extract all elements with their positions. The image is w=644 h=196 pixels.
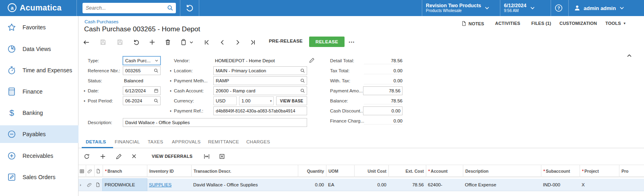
chevron-down-icon[interactable] <box>155 59 159 63</box>
cell-quantity[interactable]: 0.00 <box>298 179 326 191</box>
sidebar-item-banking[interactable]: $Banking <box>0 104 78 122</box>
sidebar-item-data-views[interactable]: Data Views <box>0 40 78 58</box>
cell-subaccount[interactable]: IND-000 <box>541 179 580 191</box>
pre-release-button[interactable]: PRE-RELEASE <box>269 39 303 43</box>
company-selector[interactable]: Revision Two Products Products Wholesale <box>426 0 490 16</box>
cell-transaction-descr[interactable]: David Wallace - Office Supplies <box>191 179 298 191</box>
column-header-branch[interactable]: *Branch <box>103 165 147 177</box>
activities-button[interactable]: ACTIVITIES <box>495 21 520 26</box>
table-row[interactable]: › PRODWHOLE SUPPLIES David Wallace - Off… <box>78 179 644 191</box>
location-field[interactable]: MAIN - Primary Location <box>213 66 307 75</box>
lookup-icon[interactable] <box>154 98 159 103</box>
lookup-icon[interactable] <box>300 78 305 83</box>
sidebar-item-sales-orders[interactable]: Sales Orders <box>0 168 78 186</box>
cell-description[interactable]: Office Expense <box>463 179 541 191</box>
sidebar-item-receivables[interactable]: Receivables <box>0 147 78 165</box>
attachments-column-icon[interactable] <box>86 165 94 177</box>
grid-settings-icon[interactable] <box>78 165 86 177</box>
business-date-selector[interactable]: 6/12/2024 9:56 AM <box>504 0 535 16</box>
column-header-unit-cost[interactable]: Unit Cost <box>354 165 388 177</box>
release-button[interactable]: RELEASE <box>309 37 345 47</box>
payment-amount-field[interactable]: 78.56 <box>363 86 402 95</box>
tab-approvals[interactable]: APPROVALS <box>172 139 201 144</box>
grid-refresh-button[interactable] <box>83 152 91 160</box>
fit-columns-icon[interactable] <box>202 152 211 160</box>
tab-financial[interactable]: FINANCIAL <box>115 139 140 144</box>
tab-details[interactable]: DETAILS <box>86 139 106 144</box>
cell-branch[interactable]: PRODWHOLE <box>103 179 147 191</box>
type-field[interactable]: Cash Purc... <box>123 56 161 65</box>
help-icon[interactable] <box>555 4 563 12</box>
files-button[interactable]: FILES (1) <box>531 21 551 26</box>
notes-column-icon[interactable] <box>94 165 103 177</box>
edit-vendor-icon[interactable] <box>309 57 315 63</box>
user-menu[interactable]: admin admin <box>574 0 625 16</box>
cell-account[interactable]: 62400- <box>426 179 463 191</box>
notes-button[interactable]: NOTES <box>461 21 484 26</box>
more-actions-button[interactable]: ... <box>349 37 355 44</box>
row-expand-icon[interactable]: › <box>78 179 86 191</box>
reference-nbr-field[interactable]: 003265 <box>123 66 161 75</box>
cell-project[interactable]: X <box>580 179 619 191</box>
currency-rate-field[interactable]: 1.00 ▾ <box>239 96 274 105</box>
go-first-button[interactable] <box>202 38 211 46</box>
tools-button[interactable]: TOOLS ▼ <box>605 21 626 26</box>
lookup-icon[interactable] <box>300 88 305 93</box>
back-button[interactable] <box>82 38 90 46</box>
payment-method-field[interactable]: RAMP <box>213 76 307 85</box>
go-previous-button[interactable] <box>218 38 226 46</box>
cell-unit-cost[interactable]: 0.00 <box>354 179 388 191</box>
column-header-inventory-id[interactable]: Inventory ID <box>147 165 191 177</box>
column-header-transaction-descr[interactable]: Transaction Descr. <box>191 165 298 177</box>
collapse-form-icon[interactable] <box>626 53 632 59</box>
sidebar-item-favorites[interactable]: Favorites <box>0 18 78 36</box>
cash-discount-field[interactable]: 0.00 <box>363 106 402 115</box>
tab-taxes[interactable]: TAXES <box>148 139 163 144</box>
sidebar-item-finance[interactable]: Finance <box>0 83 78 100</box>
cash-account-field[interactable]: 20600 - Ramp card <box>213 86 307 95</box>
vendor-value[interactable]: HOMEDEPOT - Home Depot <box>215 58 275 63</box>
grid-add-row-button[interactable] <box>99 152 107 160</box>
column-header-project[interactable]: *Project <box>580 165 619 177</box>
delete-button[interactable] <box>164 38 172 46</box>
description-field[interactable]: David Wallace - Office Supplies <box>123 118 307 127</box>
row-note-icon[interactable] <box>94 179 103 191</box>
cell-ext-cost[interactable]: 78.56 <box>388 179 426 191</box>
copy-paste-chevron-icon[interactable] <box>188 38 194 46</box>
go-last-button[interactable] <box>249 38 257 46</box>
post-period-field[interactable]: 06-2024 <box>123 96 161 105</box>
lookup-icon[interactable] <box>154 68 159 73</box>
sidebar-item-payables[interactable]: Payables <box>0 125 78 143</box>
date-field[interactable]: 6/12/2024 <box>123 86 161 95</box>
business-date-icon[interactable] <box>185 4 194 12</box>
copy-paste-button[interactable] <box>180 38 188 46</box>
grid-delete-row-button[interactable] <box>130 152 138 160</box>
sidebar-item-time-and-expenses[interactable]: Time and Expenses <box>0 61 78 79</box>
tab-remittance[interactable]: REMITTANCE <box>208 139 239 144</box>
lookup-icon[interactable] <box>300 68 305 73</box>
add-new-button[interactable] <box>148 38 156 46</box>
cell-inventory-id[interactable]: SUPPLIES <box>147 179 191 191</box>
row-attachment-icon[interactable] <box>86 179 94 191</box>
undo-button[interactable] <box>132 38 140 46</box>
save-and-close-button[interactable] <box>99 38 107 46</box>
chevron-down-icon[interactable]: ▾ <box>270 99 272 103</box>
currency-code-field[interactable]: USD <box>213 96 237 105</box>
grid-edit-row-button[interactable] <box>115 152 123 160</box>
customization-button[interactable]: CUSTOMIZATION <box>559 21 597 26</box>
go-next-button[interactable] <box>233 38 242 46</box>
save-button[interactable] <box>116 38 124 46</box>
calendar-icon[interactable] <box>154 88 159 93</box>
breadcrumb[interactable]: Cash Purchases <box>85 19 118 24</box>
export-excel-icon[interactable] <box>218 152 226 160</box>
column-header-account[interactable]: *Account <box>426 165 463 177</box>
column-header-description[interactable]: Description <box>463 165 541 177</box>
column-header-subaccount[interactable]: *Subaccount <box>541 165 580 177</box>
payment-ref-field[interactable]: d4b8849f-8162-430a-a083-57ab0ba4914 <box>213 106 307 115</box>
column-header-ext-cost[interactable]: Ext. Cost <box>388 165 426 177</box>
search-icon[interactable] <box>167 5 173 11</box>
column-header-pro-clipped[interactable]: Pro <box>619 165 644 177</box>
view-base-button[interactable]: VIEW BASE <box>276 96 307 105</box>
column-header-quantity[interactable]: Quantity <box>298 165 326 177</box>
app-logo[interactable]: Acumatica <box>7 3 62 12</box>
